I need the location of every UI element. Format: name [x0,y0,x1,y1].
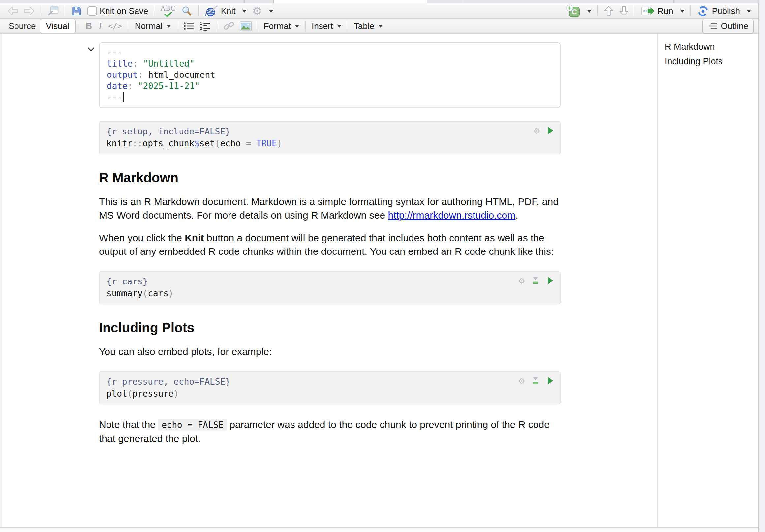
svg-text:2: 2 [200,26,202,30]
document-options-dropdown[interactable] [265,8,276,14]
chunk-code-line: summary(cars) [107,287,553,299]
find-button[interactable] [178,4,195,18]
save-button[interactable] [69,4,85,18]
run-chunk-icon[interactable] [546,276,554,285]
knit-on-save-checkbox[interactable] [87,6,97,16]
run-all-chunks-above-icon[interactable] [531,376,540,385]
forward-icon [24,6,35,16]
save-icon [71,6,82,16]
file-tab-bar [0,0,758,3]
open-in-new-window-button[interactable] [45,4,62,18]
right-pane-edge [758,0,765,532]
outline-item-r-markdown[interactable]: R Markdown [665,40,758,54]
toolbar-divider [348,21,348,31]
toolbar-divider [217,21,217,31]
bullet-list-button[interactable] [181,20,197,32]
knit-yarn-icon [205,5,218,17]
run-icon [641,5,655,16]
toolbar-divider [690,6,691,16]
paragraph-1: This is an R Markdown document. Markdown… [99,195,560,222]
format-menu[interactable]: Format [261,20,302,33]
image-icon [240,21,252,31]
active-file-tab[interactable] [273,0,427,3]
yaml-line-close: --- [107,92,553,103]
chunk-header: {r setup, include=FALSE} [107,126,553,138]
publish-button-label: Publish [712,6,740,16]
chevron-down-icon [269,10,273,13]
yaml-line-date: date: "2025-11-21" [107,80,553,92]
forward-button[interactable] [21,5,38,17]
knit-on-save-label[interactable]: Knit on Save [97,5,151,17]
arrow-down-icon [619,5,629,16]
publish-icon [697,5,709,17]
document-body: --- title: "Untitled" output: html_docum… [99,34,560,445]
spellcheck-icon: ABC [160,5,175,17]
chunk-options-gear-icon[interactable]: ⚙ [519,376,525,386]
bold-button[interactable]: B [82,20,96,33]
inline-code-button[interactable]: </> [105,20,125,32]
back-button[interactable] [5,5,21,17]
run-dropdown[interactable] [676,8,687,14]
code-chunk-setup[interactable]: {r setup, include=FALSE} knitr::opts_chu… [99,121,560,154]
section-heading-r-markdown: R Markdown [99,170,560,186]
chunk-options-gear-icon[interactable]: ⚙ [519,275,525,285]
insert-menu-label: Insert [312,21,333,31]
code-chunk-cars[interactable]: {r cars} summary(cars) ⚙ [99,271,560,304]
rmarkdown-link[interactable]: http://rmarkdown.rstudio.com [388,210,515,221]
format-toolbar: Source Visual B I </> Normal 1 2 [0,19,758,34]
insert-chunk-button[interactable]: + C [564,3,583,18]
paragraph-style-dropdown[interactable]: Normal [132,20,174,33]
table-menu[interactable]: Table [351,20,385,33]
svg-text:1: 1 [200,21,202,25]
run-chunk-icon[interactable] [546,126,554,135]
run-chunk-icon[interactable] [546,376,554,385]
collapse-chevron-icon[interactable] [86,45,96,57]
inline-code-echo-false: echo = FALSE [158,419,227,431]
publish-dropdown[interactable] [743,8,754,14]
knit-button-label: Knit [221,6,236,16]
numbered-list-button[interactable]: 1 2 [197,20,214,32]
yaml-metadata-block[interactable]: --- title: "Untitled" output: html_docum… [99,42,560,108]
chevron-down-icon [747,10,751,13]
outline-item-including-plots[interactable]: Including Plots [665,54,758,69]
visual-mode-button[interactable]: Visual [40,19,75,33]
table-menu-label: Table [354,21,374,31]
code-chunk-pressure[interactable]: {r pressure, echo=FALSE} plot(pressure) … [99,371,560,404]
publish-button[interactable]: Publish [694,4,743,18]
text-cursor [123,92,124,102]
outline-toggle-button[interactable]: Outline [702,19,754,34]
chevron-down-icon [242,10,247,13]
toolbar-divider [41,6,41,16]
toolbar-divider [65,6,65,16]
italic-button[interactable]: I [95,20,105,33]
chevron-down-icon [587,10,591,13]
chunk-options-gear-icon[interactable]: ⚙ [534,126,540,136]
main-toolbar: Knit on Save ABC Knit ⚙ + [0,3,758,19]
tab-divider [463,0,464,3]
outline-panel: R Markdown Including Plots [657,34,758,527]
toolbar-divider [177,21,177,31]
tab-divider [673,0,674,3]
source-mode-button[interactable]: Source [5,19,40,33]
tab-divider [244,0,245,3]
run-button[interactable]: Run [638,4,676,18]
knit-button[interactable]: Knit [202,3,239,18]
link-button[interactable] [221,20,237,32]
go-to-previous-chunk-button[interactable] [601,4,616,18]
chunk-header: {r pressure, echo=FALSE} [107,376,553,388]
spellcheck-button[interactable]: ABC [158,4,178,18]
knit-options-dropdown[interactable] [238,8,249,14]
bullet-list-icon [183,21,195,31]
run-all-chunks-above-icon[interactable] [531,276,540,285]
image-button[interactable] [237,20,254,32]
editor-canvas[interactable]: --- title: "Untitled" output: html_docum… [2,34,657,527]
document-options-button[interactable]: ⚙ [249,4,265,18]
insert-chunk-dropdown[interactable] [583,8,594,14]
paragraph-3: You can also embed plots, for example: [99,345,560,358]
insert-menu[interactable]: Insert [309,20,344,33]
numbered-list-icon: 1 2 [200,21,211,31]
toolbar-divider [597,6,598,16]
outline-icon [708,22,718,30]
go-to-next-chunk-button[interactable] [616,4,631,18]
toolbar-divider [154,6,154,16]
